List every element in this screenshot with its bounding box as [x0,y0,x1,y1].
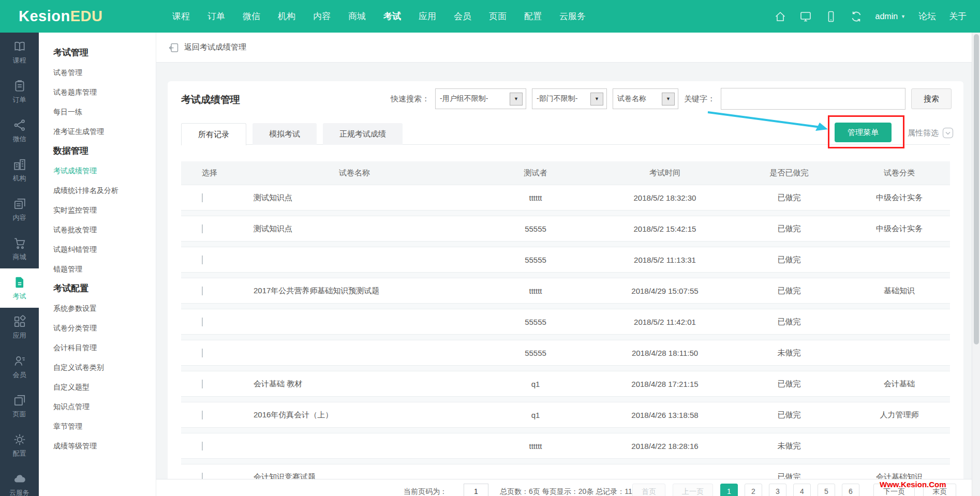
row-checkbox[interactable] [202,287,203,295]
top-menu-item-courses[interactable]: 课程 [172,10,190,22]
search-button[interactable]: 搜索 [911,88,952,109]
first-page-button[interactable]: 首页 [632,484,665,496]
forum-link[interactable]: 论坛 [918,10,936,22]
row-checkbox[interactable] [202,349,203,357]
home-icon[interactable] [774,10,786,23]
submenu-item-score-stats[interactable]: 成绩统计排名及分析 [53,181,156,200]
sidebar-item-orgs[interactable]: 机构 [0,151,39,190]
sidebar-item-apps[interactable]: 应用 [0,308,39,347]
top-menu-item-apps[interactable]: 应用 [419,10,436,22]
submenu-item-realtime-monitor[interactable]: 实时监控管理 [53,200,156,220]
submenu-item-error-correction[interactable]: 试题纠错管理 [53,239,156,259]
about-link[interactable]: 关于 [949,10,967,22]
page-button-4[interactable]: 4 [793,484,811,496]
submenu-item-question-bank[interactable]: 试卷题库管理 [53,82,156,102]
tab-all-records[interactable]: 所有记录 [181,123,246,145]
monitor-icon[interactable] [799,10,812,23]
status-badge: 未做完 [730,441,849,451]
manage-menu-button[interactable]: 管理菜单 [835,123,892,142]
top-menu-item-orgs[interactable]: 机构 [278,10,295,22]
submenu-item-chapter-mgmt[interactable]: 章节管理 [53,416,156,436]
sidebar-item-content[interactable]: 内容 [0,190,39,229]
submenu-section-data-mgmt: 数据管理 [53,141,156,161]
page-button-6[interactable]: 6 [842,484,859,496]
select-arrow-icon: ▼ [510,93,523,106]
submenu-item-score-mgmt[interactable]: 考试成绩管理 [53,161,156,181]
return-icon[interactable] [168,42,180,53]
row-checkbox[interactable] [202,318,203,326]
submenu-item-accounting-subject[interactable]: 会计科目管理 [53,338,156,357]
page-button-3[interactable]: 3 [769,484,786,496]
page-button-1[interactable]: 1 [720,484,738,496]
submenu-item-custom-paper-type[interactable]: 自定义试卷类别 [53,357,156,377]
top-menu-item-pages[interactable]: 页面 [489,10,507,22]
top-menu-item-orders[interactable]: 订单 [207,10,225,22]
row-checkbox[interactable] [202,442,203,450]
submenu-item-paper-grading[interactable]: 试卷批改管理 [53,220,156,239]
page-button-5[interactable]: 5 [818,484,835,496]
mobile-icon[interactable] [825,10,837,23]
table-row: 测试知识点 55555 2018/5/2 15:42:15 已做完 中级会计实务 [181,216,950,242]
page-button-2[interactable]: 2 [745,484,762,496]
keyword-input[interactable] [721,88,905,110]
page-title: 考试成绩管理 [181,93,240,107]
top-menu: 课程 订单 微信 机构 内容 商城 考试 应用 会员 页面 配置 云服务 [172,0,586,33]
tab-formal-exam-scores[interactable]: 正规考试成绩 [323,123,403,145]
sidebar-item-cloud[interactable]: 云服务 [0,465,39,496]
top-menu-item-content[interactable]: 内容 [313,10,331,22]
row-checkbox[interactable] [202,255,203,264]
submenu-item-custom-question-type[interactable]: 自定义题型 [53,377,156,397]
scrollbar-thumb[interactable] [974,34,979,344]
refresh-icon[interactable] [850,10,863,23]
top-menu-item-members[interactable]: 会员 [454,10,471,22]
attribute-filter[interactable]: 属性筛选 [908,127,954,139]
sidebar-item-members[interactable]: 会员 [0,347,39,386]
status-badge: 已做完 [730,317,849,327]
row-checkbox[interactable] [202,411,203,419]
usergroup-select[interactable]: -用户组不限制- ▼ [435,88,526,109]
table-row: 会计基础 教材 q1 2018/4/28 17:21:15 已做完 会计基础 [181,371,950,397]
top-menu-item-mall[interactable]: 商城 [348,10,366,22]
sidebar-item-pages[interactable]: 页面 [0,386,39,426]
submenu-item-knowledge-points[interactable]: 知识点管理 [53,397,156,416]
top-menu-item-cloud[interactable]: 云服务 [559,10,586,22]
submenu-item-paper-category[interactable]: 试卷分类管理 [53,318,156,338]
submenu-item-grade-levels[interactable]: 成绩等级管理 [53,436,156,456]
top-menu-item-config[interactable]: 配置 [524,10,542,22]
documents-icon [13,197,26,211]
status-badge: 已做完 [730,410,849,420]
sidebar-item-config[interactable]: 配置 [0,426,39,465]
submenu-item-system-params[interactable]: 系统参数设置 [53,298,156,318]
sidebar-item-wechat[interactable]: 微信 [0,111,39,151]
submenu-item-daily-practice[interactable]: 每日一练 [53,102,156,122]
exam-file-icon [13,276,26,289]
department-select[interactable]: -部门不限制- ▼ [532,88,607,109]
sidebar-item-orders[interactable]: 订单 [0,72,39,111]
submenu-item-wrong-questions[interactable]: 错题管理 [53,259,156,279]
select-arrow-icon: ▼ [590,93,603,106]
sidebar-item-mall[interactable]: 商城 [0,229,39,268]
page-scrollbar[interactable] [972,33,980,496]
module-sidebar: 课程 订单 微信 机构 内容 商城 考试 应用 会员 页面 配置 云服 [0,33,39,496]
submenu-item-admission-ticket[interactable]: 准考证生成管理 [53,122,156,141]
prev-page-button[interactable]: 上一页 [673,484,713,496]
table-row: 55555 2018/5/2 11:13:31 已做完 [181,247,950,273]
row-checkbox[interactable] [202,380,203,388]
top-menu-item-wechat[interactable]: 微信 [243,10,260,22]
row-checkbox[interactable] [202,193,203,202]
submenu-item-paper-mgmt[interactable]: 试卷管理 [53,63,156,82]
papername-select[interactable]: 试卷名称 ▼ [613,88,678,109]
sidebar-item-courses[interactable]: 课程 [0,33,39,72]
breadcrumb-back-link[interactable]: 返回考试成绩管理 [184,42,246,52]
score-management-panel: 考试成绩管理 快速搜索： -用户组不限制- ▼ -部门不限制- ▼ 试卷名称 ▼… [168,81,963,496]
select-arrow-icon: ▼ [662,93,675,106]
clipboard-icon [13,79,26,93]
score-table: 选择 试卷名称 测试者 考试时间 是否已做完 试卷分类 测试知识点 tttttt… [181,161,950,495]
app-logo: KesionEDU [19,0,102,33]
top-menu-item-exam[interactable]: 考试 [383,10,401,22]
admin-user-menu[interactable]: admin ▼ [875,12,906,21]
row-checkbox[interactable] [202,224,203,233]
current-page-input[interactable] [464,484,488,496]
sidebar-item-exam[interactable]: 考试 [0,268,39,308]
tab-mock-exam[interactable]: 模拟考试 [253,123,317,145]
